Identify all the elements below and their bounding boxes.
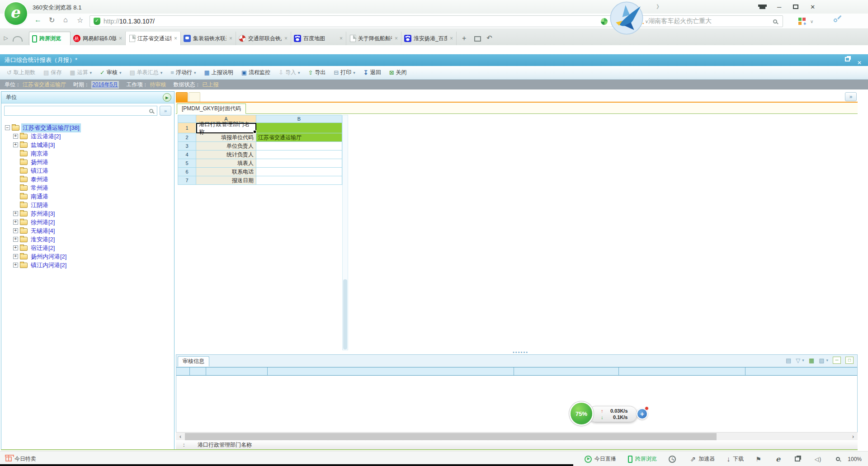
tree-item[interactable]: 无锡港[4] <box>1 226 174 235</box>
tab-close-icon[interactable]: × <box>118 35 123 42</box>
browser-tab[interactable]: 网易邮箱6.0版 × <box>71 32 126 45</box>
toolbar-button[interactable]: ↺ 取上期数 <box>3 66 39 80</box>
engine-dropdown-icon[interactable]: ∨ <box>645 19 648 24</box>
toolbar-button[interactable]: ▦ 上报说明 <box>200 66 237 80</box>
export-excel-icon[interactable]: ▦ <box>809 357 814 364</box>
cell-b[interactable] <box>256 142 342 151</box>
site-safety-shield-icon[interactable] <box>94 18 100 25</box>
tree-item[interactable]: 淮安港[2] <box>1 235 174 244</box>
tree-item[interactable]: 常州港 <box>1 184 174 192</box>
tab-close-icon[interactable]: × <box>284 35 288 42</box>
audit-column-header[interactable] <box>745 367 857 375</box>
tree-item[interactable]: 徐州港[2] <box>1 218 174 226</box>
home-icon[interactable]: ⌂ <box>63 16 68 24</box>
bottom-tool[interactable]: 跨屏浏览 <box>628 455 657 463</box>
tree-expander-icon[interactable] <box>13 228 18 233</box>
search-input[interactable]: 湖南客车起火伤亡重大 <box>648 17 773 25</box>
cloud-sync-icon[interactable] <box>13 36 23 42</box>
tree-item[interactable]: 泰州港 <box>1 175 174 184</box>
tree-item[interactable]: 南通港 <box>1 192 174 201</box>
scroll-right-icon[interactable]: › <box>849 433 857 440</box>
audit-column-header[interactable] <box>514 367 619 375</box>
tree-item[interactable]: 镇江内河港[2] <box>1 261 174 269</box>
tree-item[interactable]: 江阴港 <box>1 201 174 209</box>
tree-item[interactable]: 扬州港 <box>1 158 174 166</box>
sheet-tab[interactable]: [PMDM_GKYB]封面代码 <box>177 104 246 114</box>
row-header[interactable]: 6 <box>178 168 196 176</box>
cell-a[interactable]: 统计负责人 <box>196 151 256 159</box>
toolbar-button[interactable]: ⇧ 导出 <box>304 66 330 80</box>
sidebar-toggle-icon[interactable]: ▷ <box>0 35 12 45</box>
search-box[interactable]: O. ∨ 湖南客车起火伤亡重大 <box>633 15 783 27</box>
tree-item[interactable]: 镇江港 <box>1 166 174 175</box>
favorite-star-icon[interactable]: ☆ <box>77 16 83 24</box>
tab-close-icon[interactable]: × <box>174 35 178 42</box>
clear-results-icon[interactable]: ▤ <box>786 357 791 364</box>
sheet-corner[interactable] <box>178 115 196 123</box>
bottom-tool[interactable] <box>755 456 764 463</box>
back-icon[interactable]: ← <box>34 16 42 24</box>
audit-column-header[interactable] <box>268 367 514 375</box>
toolbar-button[interactable]: ⊠ 关闭 <box>385 66 411 80</box>
browser-logo[interactable] <box>5 2 27 25</box>
row-header[interactable]: 3 <box>178 142 196 151</box>
browser-tab[interactable]: 淮安扬港_百度搜索 × <box>401 32 457 45</box>
bottom-tool[interactable] <box>815 456 824 462</box>
browser-tab[interactable]: 江苏省交通运输统计分析 × <box>126 32 181 45</box>
browser-tab[interactable]: 集装箱铁水联运现状分析 × <box>181 32 236 45</box>
bottom-tool[interactable]: 今日直播 <box>585 455 616 463</box>
report-tab-overflow-button[interactable]: » <box>845 92 857 101</box>
tree-item[interactable]: 苏州港[3] <box>1 209 174 218</box>
audit-column-header[interactable] <box>619 367 745 375</box>
bottom-tool[interactable] <box>795 457 803 461</box>
toolbar-button[interactable]: ⇩ 导入 ▾ <box>274 66 304 80</box>
sheet-vertical-scrollbar[interactable] <box>342 115 348 350</box>
browser-tab[interactable]: 交通部联合铁总召开推进 × <box>236 32 291 45</box>
report-restore-icon[interactable] <box>845 57 850 61</box>
column-header-b[interactable]: B <box>256 115 342 123</box>
search-more-button[interactable]: » <box>160 106 171 116</box>
tree-expander-icon[interactable] <box>13 263 18 268</box>
row-header[interactable]: 1 <box>178 123 196 133</box>
minimize-button[interactable]: ─ <box>777 4 781 10</box>
audit-column-header[interactable] <box>176 367 190 375</box>
bottom-tool[interactable]: 加速器 <box>690 455 715 463</box>
toolbar-button[interactable]: ▣ 流程监控 <box>237 66 274 80</box>
row-header[interactable]: 2 <box>178 133 196 142</box>
tree-item[interactable]: 宿迁港[2] <box>1 244 174 252</box>
tab-close-icon[interactable]: × <box>229 35 233 42</box>
cell-a[interactable]: 单位负责人 <box>196 142 256 151</box>
toolbar-button[interactable]: ▦ 运算 ▾ <box>66 66 96 80</box>
tree-expander-icon[interactable] <box>13 211 18 216</box>
row-header[interactable]: 7 <box>178 176 196 185</box>
cell-a[interactable]: 港口行政管理部门名称 <box>196 123 256 133</box>
new-tab-button[interactable]: + <box>457 34 471 45</box>
tree-expander-icon[interactable] <box>5 125 10 130</box>
tree-expander-icon[interactable] <box>13 237 18 242</box>
scrollbar-thumb[interactable] <box>343 279 347 349</box>
maximize-button[interactable] <box>793 5 798 9</box>
tree-item[interactable]: 扬州内河港[2] <box>1 252 174 261</box>
cell-b[interactable] <box>256 176 342 185</box>
browser-tab[interactable]: 百度地图 × <box>291 32 346 45</box>
toolbar-button[interactable]: ▤ 保存 <box>39 66 66 80</box>
tree-expander-icon[interactable] <box>13 220 18 225</box>
tree-item[interactable]: 盐城港[3] <box>1 141 174 149</box>
bottom-tool[interactable]: 下载 <box>726 455 744 463</box>
tree-item[interactable]: 南京港 <box>1 149 174 158</box>
tab-close-icon[interactable]: × <box>339 35 343 42</box>
toolbar-button[interactable]: ▤ 单表汇总 ▾ <box>125 66 166 80</box>
url-field[interactable]: http:// 10.1.30.107/ ɛ ∨ <box>90 15 630 27</box>
bird-assistant-icon[interactable] <box>609 1 644 37</box>
unit-search-input[interactable] <box>4 106 157 116</box>
report-tab[interactable] <box>176 92 188 102</box>
page-zoom-control[interactable]: 100% <box>836 456 862 462</box>
audit-column-header[interactable] <box>190 367 206 375</box>
speed-mode-icon[interactable] <box>601 18 608 25</box>
scrollbar-thumb[interactable] <box>185 433 717 440</box>
horizontal-scrollbar[interactable]: ‹ › <box>176 432 858 440</box>
menu-expander-icon[interactable]: 》 <box>656 3 662 11</box>
cell-a[interactable]: 报送日期 <box>196 176 256 185</box>
preview-icon[interactable]: ▧ <box>819 357 824 364</box>
memory-percent-badge[interactable]: 75% <box>571 403 592 424</box>
